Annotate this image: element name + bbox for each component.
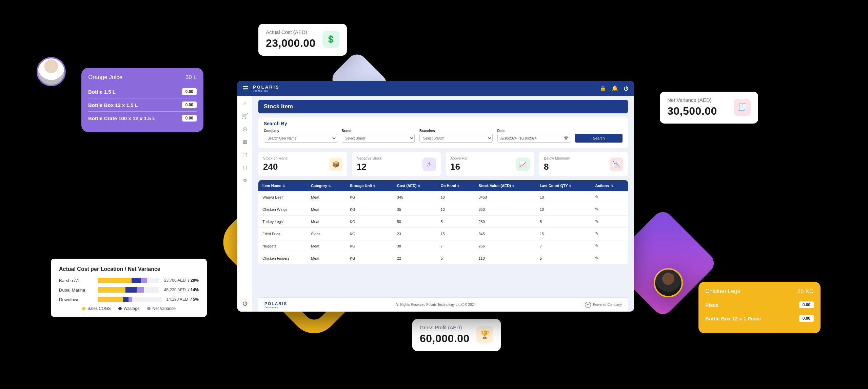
kpi-label: Stock on Hand bbox=[263, 156, 288, 160]
pack-value[interactable]: 0.00 bbox=[799, 301, 814, 308]
pack-value[interactable]: 0.00 bbox=[182, 115, 197, 122]
pack-name: Bottle Crate 100 x 12 x 1.5 L bbox=[88, 115, 155, 121]
col-header[interactable]: Category⇅ bbox=[307, 180, 346, 191]
cell-unit: KG bbox=[346, 252, 393, 264]
stat-label: Net Variance (AED) bbox=[667, 97, 717, 103]
legend-sales-cogs: Sales COGS bbox=[87, 306, 111, 311]
row-edit-icon[interactable]: ✎ bbox=[591, 191, 628, 203]
top-bar: POLARIS Technology 🔒 🔔 ⏻ bbox=[237, 81, 634, 96]
footer-powered: ✦ Powered Company bbox=[585, 302, 622, 308]
cell-last-count: 10 bbox=[536, 203, 591, 216]
kpi-value: 12 bbox=[357, 162, 382, 172]
table-row: Chicken WingsMeatKG351035010✎ bbox=[258, 203, 628, 216]
nav-box-icon[interactable]: ☐ bbox=[243, 165, 247, 171]
row-edit-icon[interactable]: ✎ bbox=[591, 216, 628, 228]
kpi-value: 16 bbox=[450, 162, 468, 172]
kpi-label: Negative Stock bbox=[357, 156, 382, 160]
stat-value: 23,000.00 bbox=[266, 37, 316, 50]
kpi-label: Below Minimum bbox=[544, 156, 570, 160]
calendar-icon: 📅 bbox=[564, 136, 568, 140]
kpi-above-par: Above Par16 📈 bbox=[446, 152, 534, 176]
power-icon[interactable]: ⏻ bbox=[624, 86, 629, 91]
date-value: 02/10/2024 - 10/10/2024 bbox=[500, 136, 537, 140]
cell-last-count: 15 bbox=[536, 228, 591, 240]
table-row: Fried FriesSidesKG231534515✎ bbox=[258, 228, 628, 240]
coins-icon: 🏆 bbox=[476, 326, 493, 343]
cell-on-hand: 10 bbox=[437, 203, 475, 216]
filter-brand-label: Brand bbox=[342, 129, 415, 133]
stat-card-gross-profit: Gross Profit (AED) 60,000.00 🏆 bbox=[412, 319, 501, 351]
nav-settings-icon[interactable]: ⚙ bbox=[243, 178, 247, 184]
cell-stock-value: 350 bbox=[474, 203, 535, 216]
menu-toggle-icon[interactable] bbox=[243, 86, 248, 90]
col-header[interactable]: On Hand⇅ bbox=[437, 180, 475, 191]
legend-wastage: Wastage bbox=[124, 306, 140, 311]
footer-copyright: All Rights Reserved Polaris Technology L… bbox=[396, 303, 477, 307]
ingredient-card-chicken-legs: Chicken Legs 25 KG Piece0.00 Bottle Box … bbox=[698, 282, 821, 333]
cell-unit: KG bbox=[346, 191, 393, 203]
lock-icon[interactable]: 🔒 bbox=[600, 85, 606, 91]
row-edit-icon[interactable]: ✎ bbox=[591, 228, 628, 240]
cell-category: Meat bbox=[307, 252, 346, 264]
cell-item-name: Nuggets bbox=[258, 240, 307, 252]
nav-logout-icon[interactable]: ⏻ bbox=[242, 300, 248, 306]
brand-sub: Technology bbox=[253, 90, 280, 92]
stat-card-actual-cost: Actual Cost (AED) 23,000.00 💲 bbox=[258, 24, 347, 56]
bar-row: Dubai Marina45,230 AED / 14% bbox=[59, 287, 199, 293]
col-header[interactable]: Cost (AED)⇅ bbox=[393, 180, 437, 191]
cell-item-name: Turkey Legs bbox=[258, 216, 307, 228]
boxes-icon: 📦 bbox=[329, 158, 342, 171]
ingredient-qty: 25 KG bbox=[797, 288, 814, 295]
cell-category: Meat bbox=[307, 191, 346, 203]
side-rail: ⌂ 🛒 ◎ ▦ ⬚ ☐ ⚙ ⏻ bbox=[237, 96, 252, 312]
cell-item-name: Chicken Wings bbox=[258, 203, 307, 216]
table-row: Wagyu BeefMeatKG34510345010✎ bbox=[258, 191, 628, 203]
filter-company-select[interactable]: Search User Name bbox=[264, 134, 337, 143]
stock-table: Item Name⇅Category⇅Storage Unit⇅Cost (AE… bbox=[258, 180, 628, 264]
kpi-row: Stock on Hand240 📦 Negative Stock12 ⚠ Ab… bbox=[258, 152, 628, 176]
bell-icon[interactable]: 🔔 bbox=[612, 85, 618, 91]
ingredient-title: Orange Juice bbox=[88, 74, 122, 81]
row-edit-icon[interactable]: ✎ bbox=[591, 240, 628, 252]
col-header[interactable]: Stock Value (AED)⇅ bbox=[474, 180, 535, 191]
row-edit-icon[interactable]: ✎ bbox=[591, 252, 628, 264]
col-header[interactable]: Storage Unit⇅ bbox=[346, 180, 393, 191]
nav-cart-icon[interactable]: 🛒 bbox=[242, 113, 248, 119]
ingredient-title: Chicken Legs bbox=[705, 288, 740, 295]
filter-branches-select[interactable]: Select Branch bbox=[419, 134, 493, 143]
warning-box-icon: ⚠ bbox=[422, 158, 436, 171]
filter-date-input[interactable]: 02/10/2024 - 10/10/2024 📅 bbox=[497, 134, 571, 143]
cell-cost: 35 bbox=[393, 203, 437, 216]
col-header[interactable]: Item Name⇅ bbox=[258, 180, 307, 191]
row-edit-icon[interactable]: ✎ bbox=[591, 203, 628, 216]
search-heading: Search By bbox=[264, 121, 623, 126]
kpi-negative-stock: Negative Stock12 ⚠ bbox=[352, 152, 441, 176]
pack-name: Piece bbox=[705, 302, 718, 308]
pack-value[interactable]: 0.00 bbox=[182, 101, 197, 108]
filter-brand-select[interactable]: Select Brand bbox=[342, 134, 415, 143]
ingredient-card-orange-juice: Orange Juice 30 L Bottle 1.5 L0.00 Bottl… bbox=[81, 68, 203, 132]
table-row: Turkey LegsMeatKG5052505✎ bbox=[258, 216, 628, 228]
nav-cube-icon[interactable]: ⬚ bbox=[242, 152, 247, 158]
col-header[interactable]: Actions ⇅ bbox=[591, 180, 628, 191]
nav-grid-icon[interactable]: ▦ bbox=[242, 139, 247, 145]
cell-on-hand: 10 bbox=[437, 191, 475, 203]
nav-home-icon[interactable]: ⌂ bbox=[243, 100, 246, 106]
kpi-value: 240 bbox=[263, 162, 288, 172]
search-button[interactable]: Search bbox=[575, 134, 623, 143]
cell-stock-value: 266 bbox=[474, 240, 535, 252]
kpi-label: Above Par bbox=[450, 156, 468, 160]
pack-value[interactable]: 0.00 bbox=[182, 88, 197, 95]
bar-value: 45,230 AED / 14% bbox=[164, 288, 199, 292]
cell-cost: 38 bbox=[393, 240, 437, 252]
cell-item-name: Wagyu Beef bbox=[258, 191, 307, 203]
col-header[interactable]: Last Count QTY⇅ bbox=[536, 180, 591, 191]
nav-target-icon[interactable]: ◎ bbox=[243, 126, 247, 132]
cell-last-count: 5 bbox=[536, 216, 591, 228]
cell-item-name: Chicken Fingers bbox=[258, 252, 307, 264]
bar-track bbox=[98, 278, 159, 283]
cell-unit: KG bbox=[346, 216, 393, 228]
cell-unit: KG bbox=[346, 228, 393, 240]
cell-on-hand: 7 bbox=[437, 240, 475, 252]
pack-value[interactable]: 0.00 bbox=[799, 315, 814, 322]
